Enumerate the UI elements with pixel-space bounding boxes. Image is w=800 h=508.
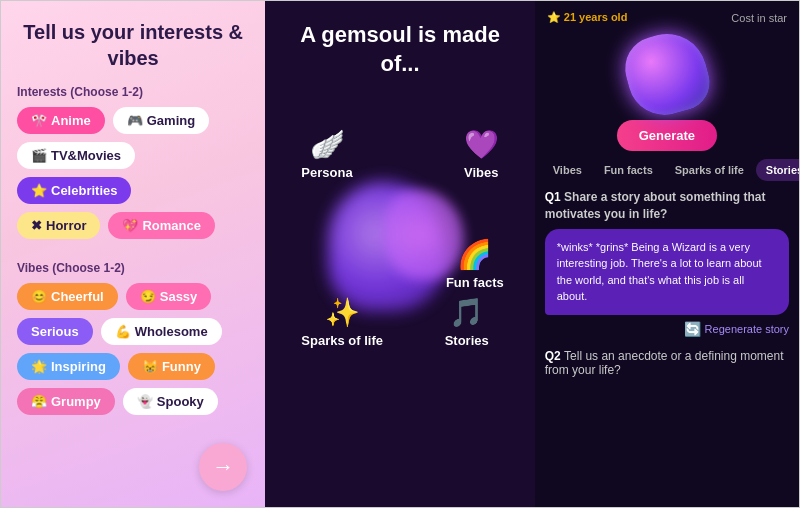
tag-tvmovies[interactable]: 🎬 TV&Movies (17, 142, 135, 169)
vibes-row-1: 😊 Cheerful 😏 Sassy (17, 283, 249, 310)
sparkle-icon: ✨ (325, 296, 360, 329)
vibes-row-4: 😤 Grumpy 👻 Spooky (17, 388, 249, 415)
interests-label: Interests (Choose 1-2) (17, 85, 249, 99)
tag-celebrities[interactable]: ⭐ Celebrities (17, 177, 131, 204)
regen-icon: 🔄 (684, 321, 701, 337)
cost-label: Cost in star (731, 12, 787, 24)
tab-vibes[interactable]: Vibes (543, 159, 592, 181)
comp-stories: 🎵 Stories (445, 296, 489, 348)
interests-row-3: ✖ Horror 💖 Romance (17, 212, 249, 239)
tag-funny[interactable]: 😸 Funny (128, 353, 215, 380)
next-button[interactable]: → (199, 443, 247, 491)
tab-stories[interactable]: Stories (756, 159, 799, 181)
panel2-title: A gemsoul is made of... (281, 21, 518, 78)
tag-horror[interactable]: ✖ Horror (17, 212, 100, 239)
tag-inspiring[interactable]: 🌟 Inspiring (17, 353, 120, 380)
tabs-row: Vibes Fun facts Sparks of life Stories (535, 159, 799, 189)
q2-label: Q2 Tell us an anecdote or a defining mom… (545, 349, 789, 377)
interests-section: Interests (Choose 1-2) 🎌 Anime 🎮 Gaming … (17, 85, 249, 247)
tag-gaming[interactable]: 🎮 Gaming (113, 107, 209, 134)
interests-row-1: 🎌 Anime 🎮 Gaming (17, 107, 249, 134)
q1-answer: *winks* *grins* Being a Wizard is a very… (545, 229, 789, 315)
q2-text: Tell us an anecdote or a defining moment… (545, 349, 784, 377)
tag-spooky[interactable]: 👻 Spooky (123, 388, 218, 415)
gem-thumbnail (535, 30, 799, 120)
heart-icon: 💜 (464, 128, 499, 161)
q1-label: Q1 Share a story about something that mo… (545, 189, 789, 223)
stories-panel: ⭐ 21 years old Cost in star Generate Vib… (535, 1, 799, 508)
q1-block: Q1 Share a story about something that mo… (545, 189, 789, 337)
regen-button[interactable]: Regenerate story (705, 323, 789, 335)
comp-sparks: ✨ Sparks of life (301, 296, 383, 348)
stories-label: Stories (445, 333, 489, 348)
panel1-title: Tell us your interests & vibes (17, 19, 249, 71)
vibes-row-3: 🌟 Inspiring 😸 Funny (17, 353, 249, 380)
tab-funfacts[interactable]: Fun facts (594, 159, 663, 181)
q1-text: Share a story about something that motiv… (545, 190, 766, 221)
vibes-label: Vibes (Choose 1-2) (17, 261, 249, 275)
interests-row-2: 🎬 TV&Movies ⭐ Celebrities (17, 142, 249, 204)
comp-vibes: 💜 Vibes (464, 128, 499, 180)
vibes-label-p2: Vibes (464, 165, 498, 180)
wings-icon: 🪽 (310, 128, 345, 161)
sparks-label: Sparks of life (301, 333, 383, 348)
tag-cheerful[interactable]: 😊 Cheerful (17, 283, 118, 310)
regen-row: 🔄 Regenerate story (545, 321, 789, 337)
tag-sassy[interactable]: 😏 Sassy (126, 283, 212, 310)
interests-vibes-panel: Tell us your interests & vibes Interests… (1, 1, 265, 508)
comp-persona: 🪽 Persona (301, 128, 352, 180)
tab-sparks[interactable]: Sparks of life (665, 159, 754, 181)
music-icon: 🎵 (449, 296, 484, 329)
user-age: ⭐ 21 years old (547, 11, 628, 24)
rainbow-icon: 🌈 (457, 238, 492, 271)
comp-funfacts: 🌈 Fun facts (446, 238, 504, 290)
gem-composition-area: 🪽 Persona 💜 Vibes 🌈 Fun facts ✨ Sparks o… (281, 98, 518, 408)
tag-anime[interactable]: 🎌 Anime (17, 107, 105, 134)
panel3-header: ⭐ 21 years old Cost in star (535, 1, 799, 30)
gemsoul-info-panel: A gemsoul is made of... 🪽 Persona 💜 Vibe… (265, 1, 534, 508)
stories-content: Q1 Share a story about something that mo… (535, 189, 799, 508)
generate-button[interactable]: Generate (617, 120, 717, 151)
tag-wholesome[interactable]: 💪 Wholesome (101, 318, 222, 345)
vibes-row-2: Serious 💪 Wholesome (17, 318, 249, 345)
q2-block: Q2 Tell us an anecdote or a defining mom… (545, 349, 789, 377)
tag-romance[interactable]: 💖 Romance (108, 212, 215, 239)
gem-3d-image (618, 25, 716, 123)
funfacts-label: Fun facts (446, 275, 504, 290)
tag-grumpy[interactable]: 😤 Grumpy (17, 388, 115, 415)
persona-label: Persona (301, 165, 352, 180)
tag-serious[interactable]: Serious (17, 318, 93, 345)
vibes-section: Vibes (Choose 1-2) 😊 Cheerful 😏 Sassy Se… (17, 261, 249, 423)
